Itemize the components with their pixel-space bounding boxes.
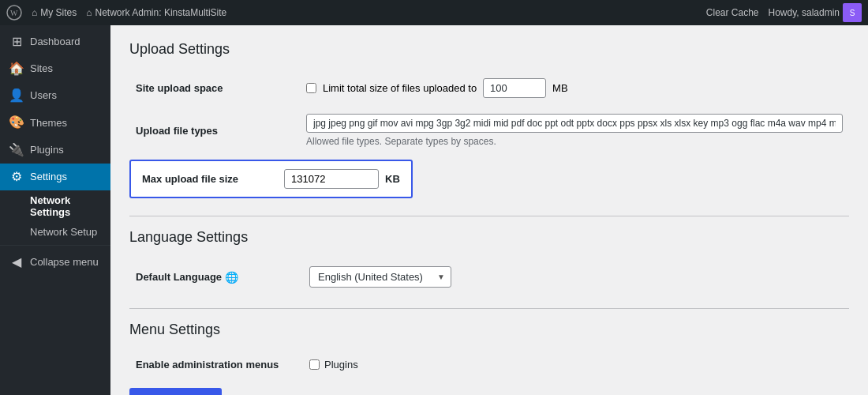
collapse-label: Collapse menu [30, 255, 99, 269]
sidebar-divider [0, 245, 110, 246]
sidebar-item-label: Settings [30, 170, 67, 184]
limit-upload-checkbox[interactable] [306, 83, 316, 93]
my-sites-link[interactable]: ⌂ My Sites [32, 7, 77, 18]
howdy-link[interactable]: Howdy, saladmin S [769, 3, 862, 22]
users-icon: 👤 [9, 88, 24, 103]
sidebar-item-label: Dashboard [30, 35, 80, 49]
sidebar-sub-network-settings[interactable]: Network Settings [0, 190, 110, 222]
language-settings-table: Default Language 🌐 English (United State… [129, 258, 849, 295]
enable-admin-menus-label: Enable administration menus [129, 351, 303, 378]
network-admin-label: Network Admin: KinstaMultiSite [95, 7, 227, 18]
max-upload-unit: KB [385, 173, 400, 185]
upload-settings-table: Site upload space Limit total size of fi… [129, 70, 849, 203]
topbar: W ⌂ My Sites ⌂ Network Admin: KinstaMult… [0, 0, 868, 25]
site-upload-space-field: Limit total size of files uploaded to MB [306, 78, 843, 98]
sidebar-collapse-menu[interactable]: ◀ Collapse menu [0, 249, 110, 276]
max-upload-highlighted: Max upload file size KB [129, 160, 413, 198]
enable-admin-menus-row: Enable administration menus Plugins [129, 351, 849, 378]
max-upload-label: Max upload file size [142, 173, 238, 185]
sidebar-item-dashboard[interactable]: ⊞ Dashboard [0, 28, 110, 55]
upload-space-input[interactable] [483, 78, 546, 98]
sidebar-item-label: Sites [30, 62, 53, 76]
upload-space-unit: MB [552, 82, 568, 94]
sidebar-item-plugins[interactable]: 🔌 Plugins [0, 137, 110, 164]
main-content: Upload Settings Site upload space Limit … [110, 25, 868, 395]
language-settings-title: Language Settings [129, 229, 849, 246]
plugins-checkbox-label: Plugins [324, 359, 358, 371]
section-divider-2 [129, 308, 849, 309]
sidebar: ⊞ Dashboard 🏠 Sites 👤 Users 🎨 Themes 🔌 P… [0, 25, 110, 395]
sidebar-item-sites[interactable]: 🏠 Sites [0, 55, 110, 82]
home-icon-2: ⌂ [86, 7, 92, 18]
sidebar-item-themes[interactable]: 🎨 Themes [0, 110, 110, 137]
sidebar-item-label: Users [30, 88, 57, 103]
site-upload-space-row: Site upload space Limit total size of fi… [129, 70, 849, 106]
clear-cache-link[interactable]: Clear Cache [706, 7, 759, 18]
language-icon: 🌐 [225, 271, 238, 284]
my-sites-label: My Sites [40, 7, 77, 18]
network-setup-label: Network Setup [30, 226, 97, 238]
settings-icon: ⚙ [9, 170, 24, 184]
language-select-wrapper: English (United States) Spanish French G… [309, 266, 451, 288]
avatar: S [843, 3, 862, 22]
max-upload-input[interactable] [284, 169, 379, 189]
site-upload-space-label: Site upload space [129, 70, 300, 106]
plugins-checkbox[interactable] [309, 359, 320, 370]
sidebar-sub-network-setup[interactable]: Network Setup [0, 222, 110, 242]
network-settings-label: Network Settings [30, 194, 70, 218]
sidebar-item-users[interactable]: 👤 Users [0, 82, 110, 109]
file-types-input[interactable] [306, 114, 843, 133]
wp-logo-icon[interactable]: W [6, 5, 22, 21]
language-select[interactable]: English (United States) Spanish French G… [309, 266, 451, 288]
sites-icon: 🏠 [9, 62, 24, 76]
plugins-checkbox-row: Plugins [309, 359, 843, 371]
sidebar-item-label: Plugins [30, 143, 64, 157]
save-changes-button[interactable]: Save Changes [129, 388, 222, 395]
menu-settings-table: Enable administration menus Plugins [129, 351, 849, 378]
svg-text:W: W [10, 9, 18, 17]
upload-file-types-row: Upload file types Allowed file types. Se… [129, 106, 849, 155]
howdy-label: Howdy, saladmin [769, 7, 840, 18]
limit-upload-text: Limit total size of files uploaded to [323, 82, 477, 94]
sidebar-item-settings[interactable]: ⚙ Settings [0, 164, 110, 190]
sidebar-item-label: Themes [30, 116, 67, 130]
default-language-row: Default Language 🌐 English (United State… [129, 258, 849, 295]
upload-file-types-label: Upload file types [129, 106, 300, 155]
collapse-icon: ◀ [9, 255, 24, 269]
max-upload-row-tr: Max upload file size KB [129, 155, 849, 203]
default-language-label: Default Language [136, 271, 222, 283]
upload-settings-title: Upload Settings [129, 41, 849, 58]
network-admin-link[interactable]: ⌂ Network Admin: KinstaMultiSite [86, 7, 226, 18]
clear-cache-label: Clear Cache [706, 7, 759, 18]
file-types-hint: Allowed file types. Separate types by sp… [306, 136, 843, 147]
themes-icon: 🎨 [9, 116, 24, 130]
home-icon: ⌂ [32, 7, 37, 18]
plugins-icon: 🔌 [9, 143, 24, 157]
section-divider-1 [129, 216, 849, 216]
dashboard-icon: ⊞ [9, 35, 24, 49]
menu-settings-title: Menu Settings [129, 322, 849, 338]
